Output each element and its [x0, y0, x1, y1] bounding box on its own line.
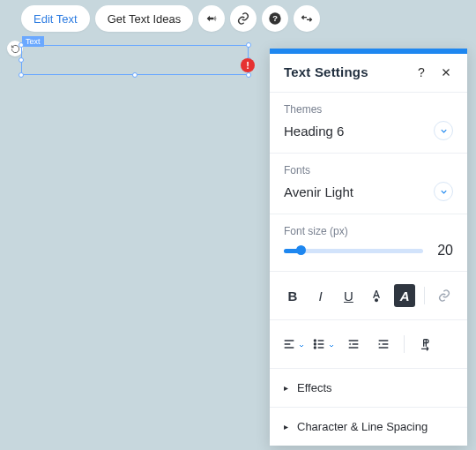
spacing-accordion[interactable]: ▸ Character & Line Spacing [270, 408, 467, 446]
underline-button[interactable]: U [338, 284, 360, 307]
fontsize-section: Font size (px) 20 [270, 214, 467, 272]
triangle-right-icon: ▸ [284, 383, 288, 393]
separator [424, 287, 425, 304]
animation-icon[interactable] [198, 5, 225, 32]
fonts-select[interactable]: Avenir Light [284, 182, 453, 201]
edit-text-button[interactable]: Edit Text [21, 5, 90, 32]
separator [404, 335, 405, 353]
svg-point-2 [314, 340, 316, 341]
link-button[interactable] [434, 284, 455, 307]
panel-header: Text Settings ? [270, 54, 467, 93]
indent-decrease-button[interactable] [342, 333, 365, 356]
triangle-right-icon: ▸ [284, 422, 288, 431]
themes-value: Heading 6 [284, 124, 344, 139]
error-badge-icon[interactable]: ! [241, 58, 255, 72]
link-icon[interactable] [230, 5, 257, 32]
effects-accordion[interactable]: ▸ Effects [270, 369, 467, 408]
text-settings-panel: Text Settings ? Themes Heading 6 Fonts A… [270, 49, 467, 446]
effects-label: Effects [297, 381, 332, 394]
element-type-label: Text [22, 36, 44, 47]
list-button[interactable] [312, 333, 335, 356]
resize-handle[interactable] [19, 72, 24, 78]
themes-label: Themes [284, 103, 453, 116]
indent-increase-button[interactable] [372, 333, 395, 356]
close-icon[interactable] [439, 65, 453, 79]
help-icon[interactable]: ? [262, 5, 288, 32]
fontsize-label: Font size (px) [284, 225, 453, 237]
chevron-down-icon [328, 337, 335, 352]
chevron-down-icon [298, 337, 305, 352]
panel-title: Text Settings [284, 64, 368, 79]
fonts-label: Fonts [284, 164, 453, 176]
svg-text:?: ? [272, 14, 278, 23]
highlight-button[interactable]: A [394, 284, 415, 307]
resize-handle[interactable] [246, 42, 251, 48]
chevron-down-icon [434, 121, 453, 140]
panel-help-icon[interactable]: ? [414, 65, 428, 79]
italic-button[interactable]: I [310, 284, 331, 307]
bold-button[interactable]: B [282, 284, 303, 307]
resize-handle[interactable] [246, 72, 251, 78]
spacing-label: Character & Line Spacing [297, 420, 428, 433]
svg-point-3 [314, 343, 316, 345]
resize-handle[interactable] [132, 72, 138, 78]
svg-point-4 [314, 347, 316, 349]
format-row-2 [270, 320, 467, 369]
text-color-button[interactable] [366, 284, 387, 307]
themes-select[interactable]: Heading 6 [284, 121, 453, 140]
chevron-down-icon [434, 182, 453, 201]
resize-handle[interactable] [19, 57, 24, 63]
fontsize-value[interactable]: 20 [432, 243, 453, 259]
align-button[interactable] [282, 333, 305, 356]
resize-handle[interactable] [19, 42, 24, 48]
fonts-value: Avenir Light [284, 184, 353, 199]
floating-toolbar: Edit Text Get Text Ideas ? [21, 5, 320, 32]
selected-textbox[interactable]: Text ! [21, 45, 249, 75]
text-direction-button[interactable] [413, 333, 436, 356]
fontsize-slider[interactable] [284, 244, 423, 257]
stretch-icon[interactable] [294, 5, 320, 32]
fonts-section: Fonts Avenir Light [270, 154, 467, 214]
format-row-1: B I U A [270, 272, 467, 320]
get-text-ideas-button[interactable]: Get Text Ideas [95, 5, 194, 32]
themes-section: Themes Heading 6 [270, 93, 467, 154]
